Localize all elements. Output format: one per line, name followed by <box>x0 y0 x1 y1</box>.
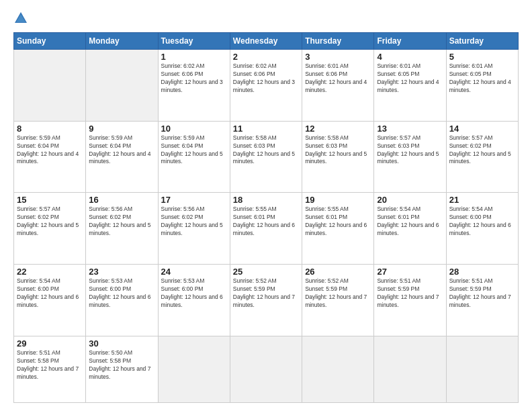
day-number: 23 <box>89 267 154 277</box>
day-number: 8 <box>17 124 83 134</box>
day-info: Sunrise: 5:52 AMSunset: 5:59 PMDaylight:… <box>233 277 299 310</box>
day-number: 10 <box>161 124 227 134</box>
calendar-week-2: 8Sunrise: 5:59 AMSunset: 6:04 PMDaylight… <box>14 121 519 193</box>
day-cell-5: 5Sunrise: 6:01 AMSunset: 6:05 PMDaylight… <box>446 50 518 122</box>
day-info: Sunrise: 6:01 AMSunset: 6:06 PMDaylight:… <box>305 62 371 95</box>
day-info: Sunrise: 5:51 AMSunset: 5:59 PMDaylight:… <box>377 277 443 310</box>
day-cell-22: 22Sunrise: 5:54 AMSunset: 6:00 PMDayligh… <box>14 265 86 336</box>
day-cell-4: 4Sunrise: 6:01 AMSunset: 6:05 PMDaylight… <box>374 50 446 122</box>
logo <box>13 11 31 26</box>
weekday-header-wednesday: Wednesday <box>230 33 302 50</box>
day-info: Sunrise: 5:52 AMSunset: 5:59 PMDaylight:… <box>305 277 371 310</box>
calendar-week-3: 15Sunrise: 5:57 AMSunset: 6:02 PMDayligh… <box>14 193 519 265</box>
day-info: Sunrise: 5:54 AMSunset: 6:01 PMDaylight:… <box>377 205 443 238</box>
day-cell-16: 16Sunrise: 5:56 AMSunset: 6:02 PMDayligh… <box>86 193 158 265</box>
day-cell-28: 28Sunrise: 5:51 AMSunset: 5:59 PMDayligh… <box>446 265 518 336</box>
calendar-table: SundayMondayTuesdayWednesdayThursdayFrid… <box>13 32 519 403</box>
empty-cell <box>158 336 230 402</box>
day-number: 4 <box>377 52 443 62</box>
day-number: 1 <box>161 52 227 62</box>
empty-cell <box>86 50 158 122</box>
calendar-week-1: 1Sunrise: 6:02 AMSunset: 6:06 PMDaylight… <box>14 50 519 122</box>
day-cell-17: 17Sunrise: 5:56 AMSunset: 6:02 PMDayligh… <box>158 193 230 265</box>
day-cell-27: 27Sunrise: 5:51 AMSunset: 5:59 PMDayligh… <box>374 265 446 336</box>
day-number: 2 <box>233 52 299 62</box>
page-header <box>13 11 519 26</box>
day-number: 27 <box>377 267 443 277</box>
day-info: Sunrise: 5:53 AMSunset: 6:00 PMDaylight:… <box>161 277 227 310</box>
day-info: Sunrise: 5:58 AMSunset: 6:03 PMDaylight:… <box>305 134 371 167</box>
day-cell-18: 18Sunrise: 5:55 AMSunset: 6:01 PMDayligh… <box>230 193 302 265</box>
day-number: 20 <box>377 195 443 205</box>
day-number: 5 <box>449 52 515 62</box>
day-info: Sunrise: 6:01 AMSunset: 6:05 PMDaylight:… <box>449 62 515 95</box>
day-cell-15: 15Sunrise: 5:57 AMSunset: 6:02 PMDayligh… <box>14 193 86 265</box>
day-number: 22 <box>17 267 83 277</box>
day-info: Sunrise: 5:59 AMSunset: 6:04 PMDaylight:… <box>161 134 227 167</box>
empty-cell <box>446 336 518 402</box>
day-cell-20: 20Sunrise: 5:54 AMSunset: 6:01 PMDayligh… <box>374 193 446 265</box>
day-number: 29 <box>17 338 83 349</box>
weekday-header-tuesday: Tuesday <box>158 33 230 50</box>
day-number: 18 <box>233 195 299 205</box>
day-cell-2: 2Sunrise: 6:02 AMSunset: 6:06 PMDaylight… <box>230 50 302 122</box>
day-number: 25 <box>233 267 299 277</box>
weekday-header-thursday: Thursday <box>302 33 374 50</box>
day-info: Sunrise: 5:54 AMSunset: 6:00 PMDaylight:… <box>17 277 83 310</box>
day-number: 15 <box>17 195 83 205</box>
day-info: Sunrise: 6:02 AMSunset: 6:06 PMDaylight:… <box>233 62 299 95</box>
day-info: Sunrise: 5:59 AMSunset: 6:04 PMDaylight:… <box>89 134 154 167</box>
day-cell-11: 11Sunrise: 5:58 AMSunset: 6:03 PMDayligh… <box>230 121 302 193</box>
day-cell-29: 29Sunrise: 5:51 AMSunset: 5:58 PMDayligh… <box>14 336 86 402</box>
day-number: 26 <box>305 267 371 277</box>
day-cell-3: 3Sunrise: 6:01 AMSunset: 6:06 PMDaylight… <box>302 50 374 122</box>
day-number: 19 <box>305 195 371 205</box>
day-number: 24 <box>161 267 227 277</box>
day-cell-23: 23Sunrise: 5:53 AMSunset: 6:00 PMDayligh… <box>86 265 158 336</box>
empty-cell <box>374 336 446 402</box>
day-info: Sunrise: 5:59 AMSunset: 6:04 PMDaylight:… <box>17 134 83 167</box>
day-info: Sunrise: 5:55 AMSunset: 6:01 PMDaylight:… <box>233 205 299 238</box>
day-number: 13 <box>377 124 443 134</box>
day-number: 14 <box>449 124 515 134</box>
day-info: Sunrise: 5:56 AMSunset: 6:02 PMDaylight:… <box>161 205 227 238</box>
day-cell-26: 26Sunrise: 5:52 AMSunset: 5:59 PMDayligh… <box>302 265 374 336</box>
day-cell-30: 30Sunrise: 5:50 AMSunset: 5:58 PMDayligh… <box>86 336 158 402</box>
day-cell-10: 10Sunrise: 5:59 AMSunset: 6:04 PMDayligh… <box>158 121 230 193</box>
day-cell-14: 14Sunrise: 5:57 AMSunset: 6:02 PMDayligh… <box>446 121 518 193</box>
day-number: 17 <box>161 195 227 205</box>
weekday-header-friday: Friday <box>374 33 446 50</box>
day-info: Sunrise: 6:01 AMSunset: 6:05 PMDaylight:… <box>377 62 443 95</box>
day-cell-8: 8Sunrise: 5:59 AMSunset: 6:04 PMDaylight… <box>14 121 86 193</box>
day-info: Sunrise: 5:58 AMSunset: 6:03 PMDaylight:… <box>233 134 299 167</box>
weekday-header-saturday: Saturday <box>446 33 518 50</box>
day-number: 28 <box>449 267 515 277</box>
day-number: 9 <box>89 124 154 134</box>
weekday-header-monday: Monday <box>86 33 158 50</box>
day-cell-12: 12Sunrise: 5:58 AMSunset: 6:03 PMDayligh… <box>302 121 374 193</box>
calendar-week-4: 22Sunrise: 5:54 AMSunset: 6:00 PMDayligh… <box>14 265 519 336</box>
day-cell-1: 1Sunrise: 6:02 AMSunset: 6:06 PMDaylight… <box>158 50 230 122</box>
day-info: Sunrise: 5:51 AMSunset: 5:58 PMDaylight:… <box>17 349 83 381</box>
day-number: 16 <box>89 195 154 205</box>
weekday-header-sunday: Sunday <box>14 33 86 50</box>
empty-cell <box>14 50 86 122</box>
day-cell-25: 25Sunrise: 5:52 AMSunset: 5:59 PMDayligh… <box>230 265 302 336</box>
day-info: Sunrise: 5:55 AMSunset: 6:01 PMDaylight:… <box>305 205 371 238</box>
day-cell-9: 9Sunrise: 5:59 AMSunset: 6:04 PMDaylight… <box>86 121 158 193</box>
weekday-header-row: SundayMondayTuesdayWednesdayThursdayFrid… <box>14 33 519 50</box>
empty-cell <box>302 336 374 402</box>
day-number: 11 <box>233 124 299 134</box>
day-info: Sunrise: 5:57 AMSunset: 6:02 PMDaylight:… <box>449 134 515 167</box>
day-number: 3 <box>305 52 371 62</box>
logo-icon <box>13 11 28 26</box>
day-info: Sunrise: 5:53 AMSunset: 6:00 PMDaylight:… <box>89 277 154 310</box>
day-cell-24: 24Sunrise: 5:53 AMSunset: 6:00 PMDayligh… <box>158 265 230 336</box>
day-info: Sunrise: 5:56 AMSunset: 6:02 PMDaylight:… <box>89 205 154 238</box>
day-number: 12 <box>305 124 371 134</box>
day-cell-19: 19Sunrise: 5:55 AMSunset: 6:01 PMDayligh… <box>302 193 374 265</box>
day-cell-13: 13Sunrise: 5:57 AMSunset: 6:03 PMDayligh… <box>374 121 446 193</box>
day-info: Sunrise: 5:57 AMSunset: 6:03 PMDaylight:… <box>377 134 443 167</box>
day-cell-21: 21Sunrise: 5:54 AMSunset: 6:00 PMDayligh… <box>446 193 518 265</box>
day-info: Sunrise: 5:51 AMSunset: 5:59 PMDaylight:… <box>449 277 515 310</box>
